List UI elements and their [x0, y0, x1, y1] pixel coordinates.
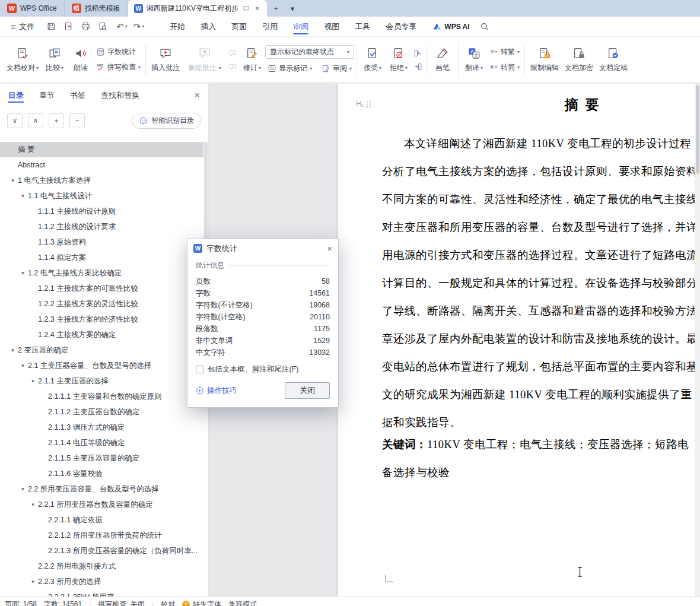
- to-traditional-button[interactable]: 简 转繁 ▾: [487, 46, 522, 58]
- word-count-dialog[interactable]: W 字数统计 × 统计信息 页数58字数14561字符数(不计空格)19068字…: [187, 239, 339, 408]
- toc-item[interactable]: 2.1.1.3 调压方式的确定: [0, 420, 203, 435]
- tips-link[interactable]: 操作技巧: [196, 386, 237, 396]
- toc-expand-icon[interactable]: ▼: [18, 363, 28, 369]
- toc-item[interactable]: 1.2.1 主接线方案的可靠性比较: [0, 281, 203, 296]
- markup-state-select[interactable]: 显示标记的最终状态 ▾: [265, 45, 354, 59]
- tab-list-chevron-icon[interactable]: ▾: [285, 0, 300, 17]
- toc-item[interactable]: 2.2.3.1 35kV 所用变: [0, 589, 203, 597]
- print-button[interactable]: [81, 21, 91, 31]
- toc-item[interactable]: 1.1.2 主接线的设计要求: [0, 219, 203, 234]
- scrollbar-thumb[interactable]: [696, 85, 699, 174]
- previous-change-button[interactable]: [413, 49, 422, 58]
- toc-expand-icon[interactable]: ▼: [8, 178, 18, 183]
- compare-button[interactable]: 比较▾: [42, 40, 68, 80]
- wps-ai-button[interactable]: WPS AI: [432, 22, 469, 31]
- toc-item[interactable]: ▼2.2 所用变压器容量、台数及型号的选择: [0, 481, 203, 497]
- accept-change-button[interactable]: 接受▾: [359, 40, 386, 80]
- new-tab-button[interactable]: ＋: [267, 0, 285, 17]
- close-dialog-icon[interactable]: ×: [327, 243, 332, 253]
- toc-item[interactable]: ▼2 变压器的确定: [0, 342, 203, 358]
- toc-expand-icon[interactable]: ▼: [28, 379, 38, 384]
- restrict-editing-button[interactable]: 限制编辑: [527, 40, 562, 80]
- encrypt-document-button[interactable]: 文档加密: [562, 40, 596, 80]
- smart-toc-button[interactable]: 智能识别目录: [132, 113, 201, 129]
- toc-expand-icon[interactable]: ▼: [28, 502, 38, 507]
- close-button[interactable]: 关闭: [285, 382, 330, 399]
- to-simplified-button[interactable]: 繁 转简 ▾: [487, 62, 522, 73]
- translate-button[interactable]: A文 翻译▾: [461, 40, 487, 80]
- include-footnotes-checkbox[interactable]: 包括文本框、脚注和尾注(F): [196, 364, 330, 375]
- tab-wps-office[interactable]: W WPS Office: [0, 0, 64, 17]
- toc-item[interactable]: ▼1.1 电气主接线设计: [0, 188, 203, 204]
- toc-item[interactable]: 2.1.1.4 电压等级的确定: [0, 435, 203, 450]
- menu-item[interactable]: 工具: [347, 17, 378, 36]
- search-button[interactable]: [479, 21, 489, 31]
- toc-item[interactable]: 2.1.1.5 主变压器容量的确定: [0, 450, 203, 466]
- expand-all-button[interactable]: ∧: [28, 113, 43, 128]
- track-changes-button[interactable]: 修订▾: [239, 40, 265, 80]
- toc-item[interactable]: 摘 要: [0, 142, 203, 157]
- heading-level-marker[interactable]: H₁: [356, 100, 371, 108]
- toc-item[interactable]: ▼2.1 主变压器容量、台数及型号的选择: [0, 358, 203, 373]
- toc-expand-icon[interactable]: ▼: [18, 487, 28, 492]
- word-count-button[interactable]: 123 字数统计: [94, 46, 143, 58]
- toc-expand-icon[interactable]: ▼: [18, 193, 28, 199]
- tab-docer-template[interactable]: 稻 找稻壳模板: [64, 0, 128, 17]
- proofread-button[interactable]: 校对: [161, 599, 175, 606]
- redo-button[interactable]: ↷: [133, 21, 141, 32]
- spell-check-button[interactable]: ABC 拼写检查 ▾: [94, 62, 143, 73]
- toc-item[interactable]: Abstract: [0, 157, 203, 173]
- toc-item[interactable]: 2.2.2 所用电源引接方式: [0, 559, 203, 574]
- toc-item[interactable]: 1.1.1 主接线的设计原则: [0, 204, 203, 219]
- toc-item[interactable]: ▼1 电气主接线方案选择: [0, 173, 203, 188]
- document-page[interactable]: H₁ 摘 要 本文详细阐述了湘西新建 110KV 变电工程的初步设计过程分析了电…: [338, 84, 700, 597]
- print-preview-button[interactable]: [98, 21, 108, 31]
- chevron-down-icon[interactable]: ▾: [125, 24, 128, 29]
- sidebar-tab[interactable]: 章节: [39, 84, 55, 107]
- toc-expand-icon[interactable]: ▼: [28, 579, 38, 585]
- ink-brush-button[interactable]: 画笔: [429, 40, 456, 80]
- doc-proofing-button[interactable]: 文档校对▾: [4, 40, 42, 80]
- missing-font-warning[interactable]: ! 缺失字体: [182, 599, 221, 606]
- toc-expand-icon[interactable]: ▼: [8, 348, 18, 353]
- menu-item[interactable]: 页面: [224, 17, 254, 36]
- menu-item[interactable]: 会员专享: [378, 17, 424, 36]
- menu-item[interactable]: 审阅: [285, 17, 316, 36]
- file-menu[interactable]: ≡ 文件: [5, 17, 40, 36]
- zoom-in-outline-button[interactable]: ＋: [49, 113, 64, 128]
- save-button[interactable]: [46, 21, 56, 31]
- next-comment-button[interactable]: [228, 62, 237, 71]
- toc-item[interactable]: ▼1.2 电气主接线方案比较确定: [0, 265, 203, 281]
- toc-item[interactable]: 1.1.3 原始资料: [0, 234, 203, 250]
- previous-comment-button[interactable]: [228, 49, 237, 58]
- finalize-document-button[interactable]: 文档定稿: [596, 40, 631, 80]
- toc-expand-icon[interactable]: ▼: [18, 271, 28, 276]
- toc-item[interactable]: ▼2.1.1 主变压器的选择: [0, 373, 203, 389]
- menu-item[interactable]: 开始: [162, 17, 193, 36]
- read-aloud-button[interactable]: 朗读: [68, 40, 94, 80]
- show-markup-button[interactable]: 显示标记 ▾: [265, 63, 314, 74]
- sidebar-tab[interactable]: 书签: [70, 84, 85, 107]
- menu-item[interactable]: 插入: [193, 17, 224, 36]
- delete-comment-button[interactable]: 删除批注▾: [183, 40, 227, 80]
- document-scrollbar[interactable]: [695, 84, 700, 597]
- close-sidebar-icon[interactable]: ×: [195, 90, 200, 101]
- sidebar-tab[interactable]: 目录: [8, 84, 24, 107]
- toc-item[interactable]: 2.2.1.1 确定依据: [0, 512, 203, 528]
- menu-item[interactable]: 引用: [254, 17, 285, 36]
- word-count-status[interactable]: 字数: 14561: [44, 599, 82, 606]
- toc-item[interactable]: 1.2.3 主接线方案的经济性比较: [0, 312, 203, 327]
- reject-change-button[interactable]: 拒绝▾: [386, 40, 412, 80]
- export-pdf-button[interactable]: [63, 21, 74, 31]
- toc-item[interactable]: 2.1.1.1 主变容量和台数的确定原则: [0, 389, 203, 404]
- toc-item[interactable]: 1.2.4 主接线方案的确定: [0, 327, 203, 342]
- tab-document[interactable]: W 湘西新建110KV变电工程初步... ×: [128, 0, 267, 17]
- toc-item[interactable]: 2.2.1.2 所用变压器所带负荷的统计: [0, 528, 203, 543]
- checkbox-icon[interactable]: [196, 366, 203, 373]
- insert-comment-button[interactable]: 插入批注: [148, 40, 183, 80]
- chevron-down-icon[interactable]: ▾: [142, 24, 144, 29]
- sidebar-tab[interactable]: 查找和替换: [101, 84, 139, 107]
- dialog-title-bar[interactable]: W 字数统计 ×: [187, 239, 338, 258]
- toc-item[interactable]: 1.1.4 拟定方案: [0, 250, 203, 265]
- collapse-all-button[interactable]: ∨: [7, 113, 23, 128]
